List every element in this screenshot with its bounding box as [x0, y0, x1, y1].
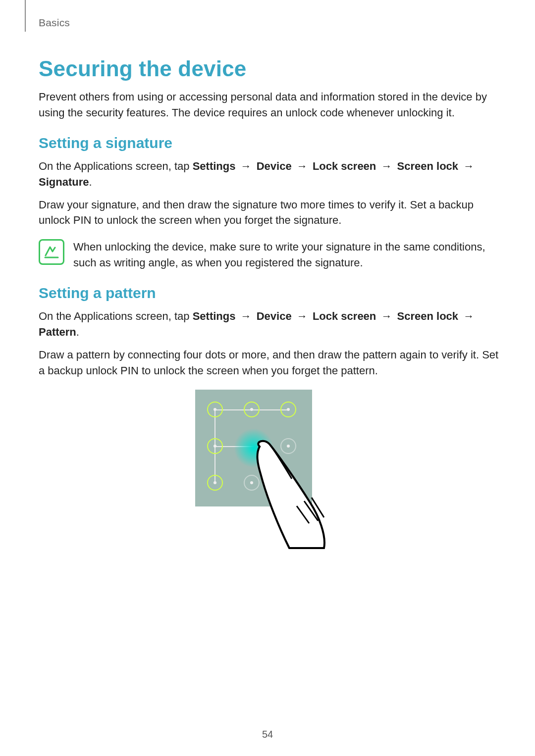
arrow-icon: →: [461, 308, 476, 324]
arrow-icon: →: [295, 158, 310, 174]
note-text: When unlocking the device, make sure to …: [73, 239, 500, 271]
arrow-icon: →: [295, 308, 310, 324]
manual-page: Basics Securing the device Prevent other…: [0, 0, 535, 756]
subheading-pattern: Setting a pattern: [39, 285, 500, 302]
arrow-icon: →: [239, 308, 254, 324]
section-breadcrumb: Basics: [39, 17, 500, 29]
intro-paragraph: Prevent others from using or accessing p…: [39, 89, 500, 121]
pattern-dot: [207, 402, 223, 417]
path-step: Settings: [193, 310, 236, 322]
path-prefix: On the Applications screen, tap: [39, 160, 193, 172]
arrow-icon: →: [379, 158, 394, 174]
signature-body: Draw your signature, and then draw the s…: [39, 197, 500, 229]
subheading-signature: Setting a signature: [39, 135, 500, 151]
pattern-figure: [39, 390, 500, 548]
arrow-icon: →: [239, 158, 254, 174]
path-step: Settings: [193, 160, 236, 172]
path-step: Screen lock: [397, 310, 459, 322]
page-title: Securing the device: [39, 56, 500, 81]
note-block: When unlocking the device, make sure to …: [39, 239, 500, 271]
path-step: Lock screen: [313, 160, 376, 172]
nav-path-pattern: On the Applications screen, tap Settings…: [39, 308, 500, 340]
header-rule: [25, 0, 26, 32]
path-step: Device: [257, 310, 292, 322]
path-step: Lock screen: [313, 310, 376, 322]
path-suffix: .: [89, 176, 92, 188]
note-icon: [39, 239, 64, 265]
path-step: Signature: [39, 176, 89, 188]
pattern-dot: [244, 402, 260, 417]
path-prefix: On the Applications screen, tap: [39, 310, 193, 322]
path-suffix: .: [76, 326, 79, 338]
nav-path-signature: On the Applications screen, tap Settings…: [39, 158, 500, 190]
path-step: Pattern: [39, 326, 76, 338]
arrow-icon: →: [461, 158, 476, 174]
pattern-dot: [207, 475, 223, 491]
path-step: Device: [257, 160, 292, 172]
path-step: Screen lock: [397, 160, 459, 172]
pattern-body: Draw a pattern by connecting four dots o…: [39, 347, 500, 379]
page-number: 54: [0, 729, 535, 740]
pattern-dot: [280, 402, 296, 417]
finger-icon: [250, 439, 334, 553]
arrow-icon: →: [379, 308, 394, 324]
pattern-dot: [207, 438, 223, 454]
